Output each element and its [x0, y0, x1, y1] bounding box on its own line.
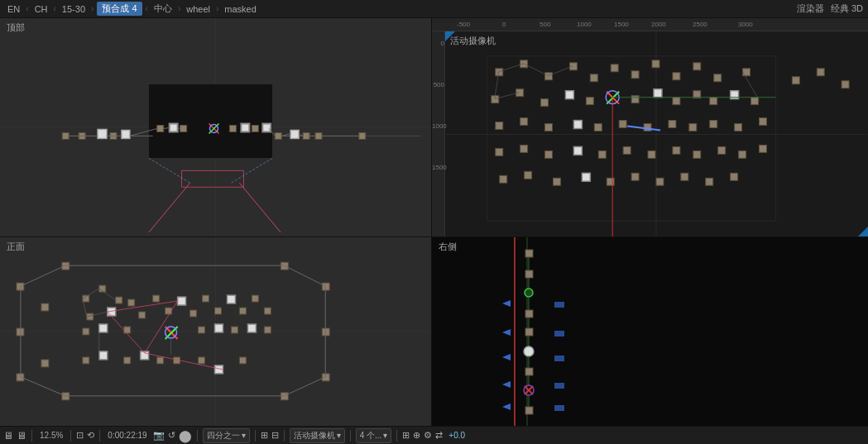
- svg-point-196: [525, 289, 533, 297]
- svg-line-57: [21, 377, 65, 396]
- svg-rect-68: [128, 299, 135, 306]
- persp-view-svg: [445, 31, 868, 236]
- svg-rect-77: [239, 308, 246, 314]
- svg-rect-170: [500, 175, 507, 183]
- svg-rect-26: [303, 132, 309, 139]
- svg-rect-154: [689, 124, 697, 131]
- share-icon[interactable]: ⇄: [435, 430, 443, 441]
- svg-rect-144: [817, 69, 824, 76]
- svg-line-107: [99, 289, 116, 300]
- display-icon[interactable]: 🖥: [17, 430, 26, 442]
- svg-rect-169: [760, 145, 767, 152]
- top-view[interactable]: 顶部: [0, 18, 431, 237]
- svg-rect-148: [545, 124, 553, 131]
- lang-selector[interactable]: EN: [5, 4, 22, 14]
- svg-rect-172: [554, 178, 561, 185]
- svg-rect-143: [792, 77, 799, 84]
- svg-rect-150: [594, 124, 602, 131]
- svg-rect-92: [99, 351, 108, 360]
- svg-rect-65: [116, 297, 122, 303]
- camera-dropdown[interactable]: 活动摄像机 ▾: [290, 428, 345, 443]
- offset-value[interactable]: +0.0: [446, 431, 468, 440]
- svg-line-60: [284, 265, 325, 286]
- svg-rect-177: [681, 173, 688, 180]
- svg-rect-155: [710, 121, 717, 128]
- svg-rect-28: [359, 132, 366, 139]
- zoom-level[interactable]: 12.5%: [37, 431, 65, 440]
- camera-icon[interactable]: 📷: [153, 430, 165, 441]
- svg-rect-73: [190, 310, 197, 317]
- svg-rect-141: [731, 91, 739, 99]
- svg-rect-163: [623, 146, 631, 154]
- svg-rect-69: [139, 312, 146, 318]
- comp-selector[interactable]: 预合成 4: [97, 2, 141, 16]
- svg-rect-125: [693, 63, 701, 70]
- ruler-left: 0 500 1000 1500: [432, 31, 445, 236]
- svg-rect-25: [290, 130, 299, 138]
- layout-icon-1[interactable]: ⊞: [261, 430, 268, 441]
- svg-rect-179: [731, 173, 738, 180]
- right-view-label: 右侧: [439, 241, 457, 253]
- svg-rect-71: [165, 308, 172, 314]
- svg-rect-21: [241, 124, 249, 132]
- svg-rect-99: [239, 357, 246, 364]
- svg-rect-165: [673, 146, 680, 154]
- refresh-icon[interactable]: ↺: [168, 430, 175, 441]
- svg-rect-13: [122, 130, 130, 138]
- bottom-bar: 🖥 🖥 12.5% ⊡ ⟲ 0:00:22:19 📷 ↺ ⬤ 四分之一 ▾ ⊞ …: [0, 426, 868, 444]
- svg-rect-87: [215, 324, 223, 332]
- expand-icon[interactable]: ⟲: [87, 430, 94, 441]
- svg-line-8: [239, 183, 281, 232]
- svg-rect-81: [99, 324, 108, 332]
- frame-icon[interactable]: ⊡: [76, 430, 84, 441]
- monitor-icon[interactable]: 🖥: [3, 430, 13, 442]
- svg-rect-23: [262, 124, 271, 132]
- svg-rect-174: [607, 178, 614, 185]
- svg-rect-15: [170, 124, 178, 132]
- svg-rect-70: [153, 295, 160, 302]
- front-view[interactable]: 正面: [0, 237, 431, 426]
- anchor-icon[interactable]: ⊕: [413, 430, 420, 441]
- svg-rect-40: [182, 170, 244, 187]
- main-viewport: 顶部: [0, 18, 868, 426]
- svg-rect-116: [496, 69, 503, 76]
- persp-view[interactable]: -500 0 500 1000 1500 2000 2500 3000 0 50…: [432, 18, 868, 237]
- center-item[interactable]: 中心: [151, 2, 175, 15]
- svg-rect-119: [569, 63, 577, 70]
- svg-rect-123: [652, 60, 659, 68]
- svg-rect-149: [573, 121, 582, 129]
- svg-rect-217: [554, 331, 564, 337]
- svg-line-105: [145, 353, 223, 370]
- svg-rect-14: [157, 126, 164, 132]
- renderer-label[interactable]: 渲染器: [797, 2, 824, 15]
- layout-icon-2[interactable]: ⊟: [271, 430, 279, 441]
- svg-line-56: [21, 265, 65, 286]
- wheel-item[interactable]: wheel: [184, 4, 213, 14]
- channel-selector[interactable]: CH: [32, 4, 50, 14]
- svg-rect-75: [215, 308, 222, 314]
- svg-rect-162: [598, 150, 606, 158]
- svg-rect-113: [487, 56, 776, 221]
- svg-rect-137: [654, 89, 662, 98]
- svg-rect-127: [743, 69, 751, 76]
- svg-rect-72: [178, 297, 186, 305]
- svg-rect-151: [619, 121, 626, 128]
- left-panel: 顶部: [0, 18, 432, 426]
- svg-rect-156: [735, 124, 742, 131]
- people-icon[interactable]: ⚙: [424, 430, 432, 441]
- svg-rect-220: [554, 405, 564, 411]
- grid-icon[interactable]: ⊞: [402, 430, 410, 441]
- svg-line-61: [284, 377, 325, 396]
- ruler-top: -500 0 500 1000 1500 2000 2500 3000: [432, 18, 868, 31]
- svg-rect-158: [496, 148, 503, 155]
- masked-item[interactable]: masked: [222, 4, 259, 14]
- svg-rect-142: [751, 98, 759, 105]
- count-dropdown[interactable]: 4 个... ▾: [356, 428, 392, 443]
- range-selector[interactable]: 15-30: [60, 4, 88, 14]
- svg-rect-159: [520, 145, 528, 152]
- right-view[interactable]: 右侧: [432, 237, 868, 426]
- mode-label[interactable]: 经典 3D: [831, 2, 863, 15]
- svg-rect-11: [98, 129, 107, 138]
- svg-rect-157: [760, 118, 767, 126]
- layout-dropdown[interactable]: 四分之一 ▾: [203, 428, 250, 443]
